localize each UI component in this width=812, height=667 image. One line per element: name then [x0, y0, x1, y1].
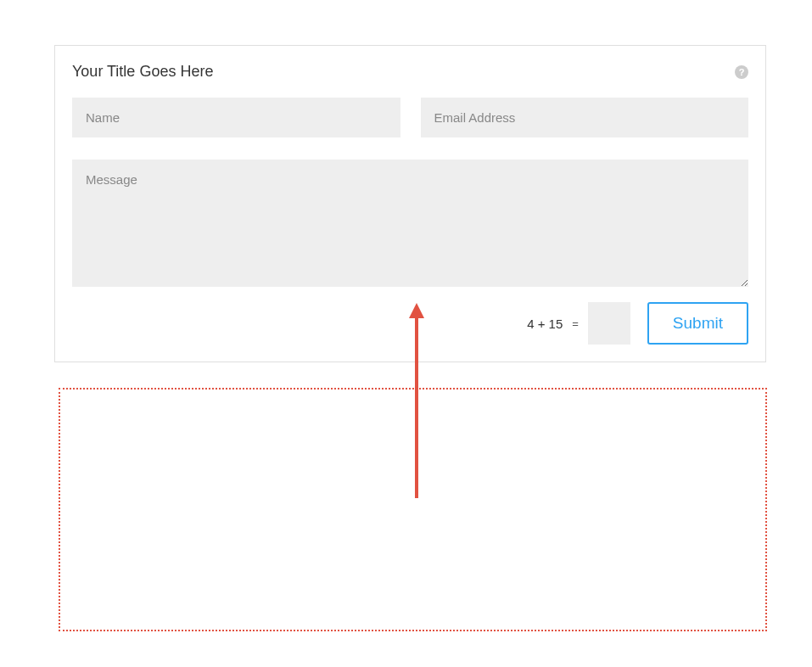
- email-input[interactable]: [421, 98, 749, 137]
- module-drop-zone[interactable]: [59, 388, 767, 631]
- form-header: Your Title Goes Here ?: [72, 63, 748, 81]
- help-icon[interactable]: ?: [735, 65, 748, 79]
- captcha-input[interactable]: [588, 302, 630, 345]
- message-textarea[interactable]: [72, 160, 748, 287]
- captcha-equals: =: [572, 317, 579, 330]
- form-title: Your Title Goes Here: [72, 63, 213, 81]
- name-input[interactable]: [72, 98, 400, 137]
- form-row-top: [72, 98, 748, 137]
- submit-button[interactable]: Submit: [647, 302, 748, 345]
- captcha-question: 4 + 15: [527, 317, 563, 331]
